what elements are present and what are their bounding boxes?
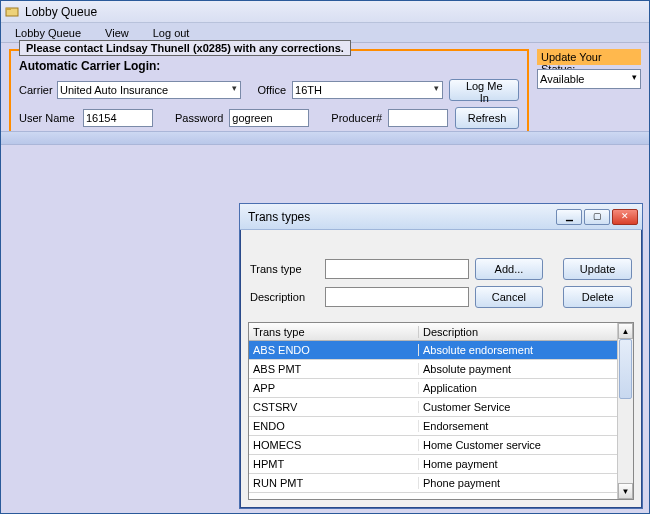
maximize-icon[interactable]: ▢ bbox=[584, 209, 610, 225]
office-label: Office bbox=[257, 84, 286, 96]
minimize-icon[interactable]: ▁ bbox=[556, 209, 582, 225]
cell-description: Home payment bbox=[419, 458, 617, 470]
dialog-body: Trans type Add... Update Description Can… bbox=[240, 230, 642, 322]
trans-types-dialog: Trans types ▁ ▢ ✕ Trans type Add... Upda… bbox=[239, 203, 643, 509]
table-row[interactable]: RUN PMTPhone payment bbox=[249, 474, 617, 493]
carrier-select[interactable] bbox=[57, 81, 241, 99]
cell-description: Application bbox=[419, 382, 617, 394]
description-input[interactable] bbox=[325, 287, 469, 307]
status-header: Update Your Status: bbox=[537, 49, 641, 65]
username-field[interactable] bbox=[83, 109, 153, 127]
cell-trans-type: HOMECS bbox=[249, 439, 419, 451]
cell-description: Endorsement bbox=[419, 420, 617, 432]
description-label: Description bbox=[250, 291, 319, 303]
cell-trans-type: ABS ENDO bbox=[249, 344, 419, 356]
grid-header: Trans type Description bbox=[249, 323, 617, 341]
table-row[interactable]: APPApplication bbox=[249, 379, 617, 398]
panel-subtitle: Automatic Carrier Login: bbox=[19, 59, 519, 73]
scroll-thumb[interactable] bbox=[619, 339, 632, 399]
trans-type-label: Trans type bbox=[250, 263, 319, 275]
status-select[interactable] bbox=[537, 69, 641, 89]
password-field[interactable] bbox=[229, 109, 309, 127]
col-description[interactable]: Description bbox=[419, 326, 617, 338]
trans-type-input[interactable] bbox=[325, 259, 469, 279]
col-trans-type[interactable]: Trans type bbox=[249, 326, 419, 338]
delete-button[interactable]: Delete bbox=[563, 286, 632, 308]
cell-description: Absolute payment bbox=[419, 363, 617, 375]
dialog-titlebar: Trans types ▁ ▢ ✕ bbox=[240, 204, 642, 230]
table-row[interactable]: ABS PMTAbsolute payment bbox=[249, 360, 617, 379]
cell-description: Home Customer service bbox=[419, 439, 617, 451]
cell-trans-type: CSTSRV bbox=[249, 401, 419, 413]
dialog-title: Trans types bbox=[248, 210, 556, 224]
add-button[interactable]: Add... bbox=[475, 258, 544, 280]
app-icon bbox=[5, 5, 19, 19]
cell-trans-type: ABS PMT bbox=[249, 363, 419, 375]
producer-label: Producer# bbox=[331, 112, 382, 124]
grid-scrollbar[interactable]: ▲ ▼ bbox=[617, 323, 633, 499]
table-row[interactable]: HPMTHome payment bbox=[249, 455, 617, 474]
office-select[interactable] bbox=[292, 81, 443, 99]
producer-field[interactable] bbox=[388, 109, 448, 127]
cell-trans-type: ENDO bbox=[249, 420, 419, 432]
svg-rect-1 bbox=[6, 8, 11, 10]
cell-description: Absolute endorsement bbox=[419, 344, 617, 356]
carrier-label: Carrier bbox=[19, 84, 51, 96]
cell-description: Phone payment bbox=[419, 477, 617, 489]
menu-view[interactable]: View bbox=[95, 25, 139, 41]
update-button[interactable]: Update bbox=[563, 258, 632, 280]
password-label: Password bbox=[175, 112, 223, 124]
scroll-up-icon[interactable]: ▲ bbox=[618, 323, 633, 339]
window-title: Lobby Queue bbox=[25, 5, 97, 19]
table-row[interactable]: CSTSRVCustomer Service bbox=[249, 398, 617, 417]
menu-logout[interactable]: Log out bbox=[143, 25, 200, 41]
refresh-button[interactable]: Refresh bbox=[455, 107, 519, 129]
cell-trans-type: RUN PMT bbox=[249, 477, 419, 489]
window-titlebar: Lobby Queue bbox=[1, 1, 649, 23]
username-label: User Name bbox=[19, 112, 77, 124]
login-button[interactable]: Log Me In bbox=[449, 79, 519, 101]
status-panel: Update Your Status: bbox=[537, 49, 641, 89]
trans-types-grid: Trans type Description ABS ENDOAbsolute … bbox=[248, 322, 634, 500]
table-row[interactable]: HOMECSHome Customer service bbox=[249, 436, 617, 455]
table-row[interactable]: ABS ENDOAbsolute endorsement bbox=[249, 341, 617, 360]
cell-description: Customer Service bbox=[419, 401, 617, 413]
panel-legend: Please contact Lindsay Thunell (x0285) w… bbox=[19, 40, 351, 56]
cell-trans-type: HPMT bbox=[249, 458, 419, 470]
scroll-down-icon[interactable]: ▼ bbox=[618, 483, 633, 499]
table-row[interactable]: ENDOEndorsement bbox=[249, 417, 617, 436]
cancel-button[interactable]: Cancel bbox=[475, 286, 544, 308]
menu-lobby-queue[interactable]: Lobby Queue bbox=[5, 25, 91, 41]
separator-strip bbox=[1, 131, 649, 145]
cell-trans-type: APP bbox=[249, 382, 419, 394]
close-icon[interactable]: ✕ bbox=[612, 209, 638, 225]
